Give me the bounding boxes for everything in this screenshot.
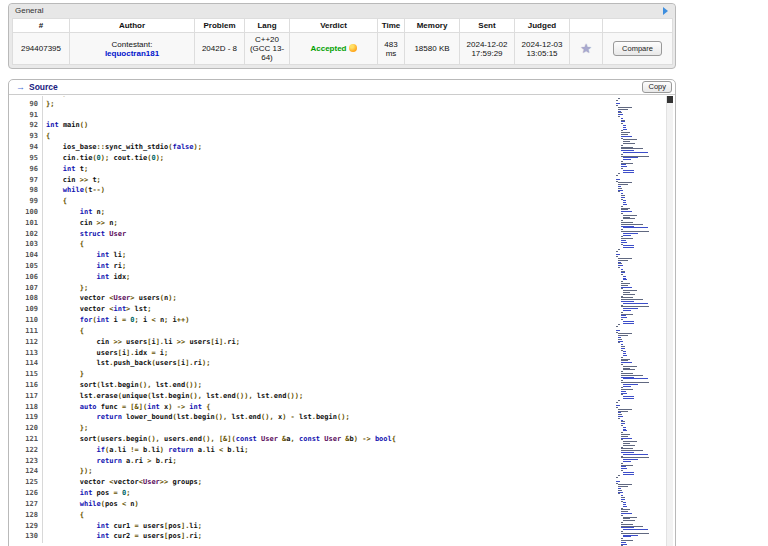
verdict-cell: Accepted (290, 33, 378, 65)
author-role: Contestant: (112, 40, 153, 49)
favorite-cell: ★ (570, 33, 603, 65)
vertical-scrollbar[interactable] (666, 96, 673, 546)
expand-arrow-icon[interactable] (663, 7, 668, 15)
sent-cell: 2024-12-02 17:59:29 (460, 33, 515, 65)
col-header-time: Time (378, 19, 405, 33)
col-header-memory: Memory (405, 19, 460, 33)
submission-row: 294407395 Contestant: lequoctran181 2042… (13, 33, 673, 65)
col-header-id: # (13, 19, 70, 33)
source-section: → Source Copy 89909192939495969798991001… (8, 79, 676, 546)
col-header-author: Author (70, 19, 195, 33)
col-header-compare (603, 19, 673, 33)
judged-cell: 2024-12-03 13:05:15 (515, 33, 570, 65)
scrollbar-thumb[interactable] (667, 96, 673, 103)
time-cell: 483 ms (378, 33, 405, 65)
copy-button[interactable]: Copy (642, 81, 672, 93)
general-section: General # Author Problem Lang Verdict Ti… (8, 3, 676, 69)
favorite-star-icon[interactable]: ★ (580, 41, 592, 56)
lang-cell: C++20 (GCC 13-64) (245, 33, 290, 65)
problem-link[interactable]: 2042D (202, 44, 226, 53)
line-numbers: 8990919293949596979899100101102103104105… (9, 96, 43, 543)
verdict-label: Accepted (310, 44, 346, 53)
collapse-arrow-icon[interactable]: → (16, 83, 25, 92)
col-header-lang: Lang (245, 19, 290, 33)
compare-button[interactable]: Compare (613, 41, 662, 56)
submission-id: 294407395 (13, 33, 70, 65)
col-header-judged: Judged (515, 19, 570, 33)
col-header-problem: Problem (195, 19, 245, 33)
general-caption: General (9, 4, 675, 18)
memory-cell: 18580 KB (405, 33, 460, 65)
code-viewer[interactable]: 8990919293949596979899100101102103104105… (9, 96, 675, 546)
author-cell: Contestant: lequoctran181 (70, 33, 195, 65)
compare-cell: Compare (603, 33, 673, 65)
table-header-row: # Author Problem Lang Verdict Time Memor… (13, 19, 673, 33)
submission-table: # Author Problem Lang Verdict Time Memor… (12, 18, 673, 65)
author-handle-link[interactable]: lequoctran181 (105, 49, 159, 58)
source-title: Source (29, 82, 58, 92)
col-header-sent: Sent (460, 19, 515, 33)
col-header-verdict: Verdict (290, 19, 378, 33)
code-minimap[interactable] (616, 98, 649, 546)
code-scroll-area: 8990919293949596979899100101102103104105… (9, 96, 396, 543)
source-header: → Source Copy (9, 80, 675, 95)
submission-page: General # Author Problem Lang Verdict Ti… (0, 0, 768, 546)
problem-cell: 2042D - 8 (195, 33, 245, 65)
problem-suffix: - 8 (226, 44, 238, 53)
col-header-favorite (570, 19, 603, 33)
party-face-emoji-icon (349, 44, 357, 52)
general-title: General (15, 6, 43, 15)
code-content: }};int main(){ ios_base::sync_with_stdio… (43, 96, 396, 543)
